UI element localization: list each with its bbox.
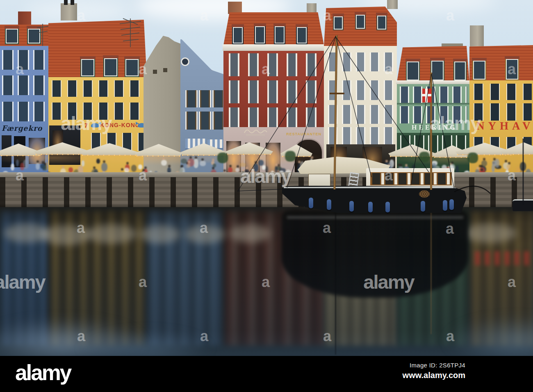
alamy-url: www.alamy.com: [403, 371, 465, 380]
fender: [421, 201, 425, 212]
rope-coil: [419, 190, 430, 198]
image-id: Image ID: 2S6TPJ4: [403, 362, 465, 369]
fender: [449, 199, 454, 210]
fender: [385, 202, 390, 212]
sailing-boat: [0, 0, 533, 356]
fender: [309, 198, 313, 208]
fender: [349, 201, 354, 212]
fender: [368, 202, 373, 212]
stock-photo-page: Færgekro 7 KONG-KONG: [0, 0, 533, 392]
fender: [327, 199, 331, 210]
alamy-footer-bar: alamy Image ID: 2S6TPJ4 www.alamy.com: [0, 356, 533, 392]
fender: [443, 200, 447, 211]
alamy-logo: alamy: [15, 360, 71, 385]
second-boat-bow: [512, 199, 533, 211]
nyhavn-photo: Færgekro 7 KONG-KONG: [0, 0, 533, 356]
danish-flag: [422, 89, 431, 103]
